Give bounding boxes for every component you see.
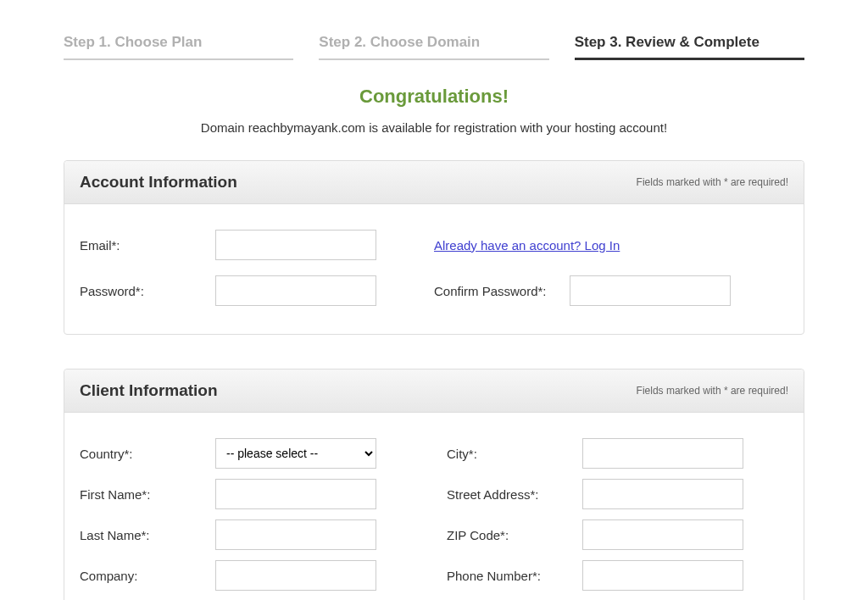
street-label: Street Address*: (447, 487, 582, 502)
country-label: Country*: (80, 447, 215, 461)
zip-input[interactable] (582, 519, 743, 550)
step-2-tab[interactable]: Step 2. Choose Domain (319, 34, 548, 60)
zip-label: ZIP Code*: (447, 528, 582, 542)
client-required-note: Fields marked with * are required! (637, 385, 788, 397)
email-label: Email*: (80, 238, 215, 253)
city-label: City*: (447, 447, 582, 461)
company-label: Company: (80, 569, 215, 583)
password-label: Password*: (80, 284, 215, 298)
step-tabs: Step 1. Choose Plan Step 2. Choose Domai… (64, 34, 804, 60)
domain-message: Domain reachbymayank.com is available fo… (64, 120, 804, 135)
client-panel-title: Client Information (80, 381, 218, 400)
login-link[interactable]: Already have an account? Log In (434, 238, 620, 253)
confirm-password-input[interactable] (570, 275, 731, 306)
client-panel-body: Country*: -- please select -- First Name… (64, 413, 804, 600)
account-info-panel: Account Information Fields marked with *… (64, 160, 804, 335)
account-panel-body: Email*: Already have an account? Log In … (64, 204, 804, 334)
company-input[interactable] (215, 560, 376, 591)
phone-input[interactable] (582, 560, 743, 591)
congrats-section: Congratulations! Domain reachbymayank.co… (64, 86, 804, 135)
step-3-tab[interactable]: Step 3. Review & Complete (575, 34, 804, 60)
account-panel-header: Account Information Fields marked with *… (64, 161, 804, 204)
last-name-label: Last Name*: (80, 528, 215, 542)
first-name-input[interactable] (215, 479, 376, 509)
client-panel-header: Client Information Fields marked with * … (64, 369, 804, 413)
email-input[interactable] (215, 230, 376, 260)
confirm-password-label: Confirm Password*: (434, 284, 570, 298)
account-required-note: Fields marked with * are required! (637, 176, 788, 188)
congrats-title: Congratulations! (64, 86, 804, 108)
password-input[interactable] (215, 275, 376, 306)
street-input[interactable] (582, 479, 743, 509)
country-select[interactable]: -- please select -- (215, 438, 376, 469)
first-name-label: First Name*: (80, 487, 215, 502)
last-name-input[interactable] (215, 519, 376, 550)
city-input[interactable] (582, 438, 743, 469)
account-panel-title: Account Information (80, 173, 237, 192)
step-1-tab[interactable]: Step 1. Choose Plan (64, 34, 293, 60)
phone-label: Phone Number*: (447, 569, 582, 583)
client-info-panel: Client Information Fields marked with * … (64, 369, 804, 600)
